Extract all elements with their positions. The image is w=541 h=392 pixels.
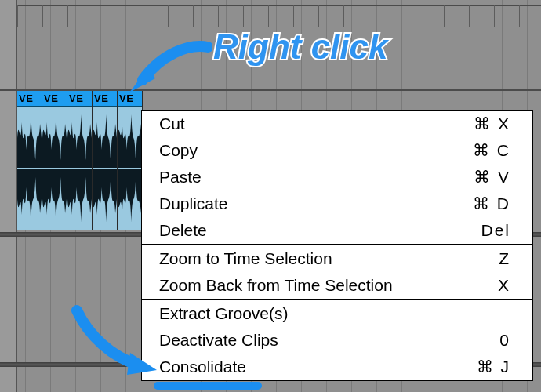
annotation-highlight [154, 382, 262, 390]
menu-item-cut[interactable]: Cut⌘ X [142, 111, 532, 137]
clip-label: VE [42, 91, 67, 107]
menu-item-shortcut: 0 [499, 331, 510, 350]
menu-item-label: Zoom to Time Selection [159, 249, 332, 268]
menu-item-shortcut: ⌘ D [473, 194, 510, 213]
audio-clip[interactable]: VE [42, 91, 67, 230]
menu-item-label: Copy [159, 141, 198, 160]
audio-clip[interactable]: VE [93, 91, 118, 230]
menu-item-consolidate[interactable]: Consolidate⌘ J [142, 354, 532, 380]
menu-item-label: Consolidate [159, 358, 246, 376]
menu-item-label: Delete [159, 221, 207, 240]
menu-item-shortcut: X [498, 276, 510, 295]
menu-item-duplicate[interactable]: Duplicate⌘ D [142, 191, 532, 217]
clip-label: VE [67, 91, 92, 107]
menu-item-shortcut: Z [499, 249, 510, 268]
menu-item-label: Duplicate [159, 194, 228, 213]
waveform [17, 107, 42, 230]
track-gutter [0, 0, 17, 392]
menu-item-shortcut: Del [481, 221, 510, 240]
audio-clip[interactable]: VE [17, 91, 42, 230]
annotation-right-click: Right click [213, 27, 388, 67]
menu-item-extract-groove[interactable]: Extract Groove(s) [142, 300, 532, 327]
menu-item-deactivate-clips[interactable]: Deactivate Clips0 [142, 327, 532, 354]
menu-item-copy[interactable]: Copy⌘ C [142, 137, 532, 164]
menu-item-paste[interactable]: Paste⌘ V [142, 164, 532, 191]
audio-clip[interactable]: VE [118, 91, 143, 230]
menu-item-label: Extract Groove(s) [159, 304, 289, 323]
menu-item-label: Zoom Back from Time Selection [159, 276, 393, 295]
menu-item-shortcut: ⌘ J [477, 358, 510, 376]
menu-item-label: Cut [159, 114, 185, 133]
menu-item-delete[interactable]: DeleteDel [142, 217, 532, 244]
waveform [93, 107, 117, 230]
menu-item-label: Deactivate Clips [159, 331, 278, 350]
audio-clip[interactable]: VE [67, 91, 93, 230]
menu-item-shortcut: ⌘ X [474, 114, 510, 133]
menu-item-label: Paste [159, 168, 202, 187]
waveform [42, 107, 67, 230]
context-menu: Cut⌘ X Copy⌘ C Paste⌘ V Duplicate⌘ D Del… [141, 110, 533, 381]
menu-item-shortcut: ⌘ V [474, 168, 510, 187]
waveform [67, 107, 92, 230]
clip-label: VE [17, 91, 42, 107]
menu-item-zoom-to-selection[interactable]: Zoom to Time SelectionZ [142, 245, 532, 272]
menu-item-shortcut: ⌘ C [473, 141, 510, 160]
menu-item-zoom-back[interactable]: Zoom Back from Time SelectionX [142, 272, 532, 299]
waveform [118, 107, 142, 230]
timeline-ruler[interactable] [17, 5, 541, 27]
annotation-arrow-icon [69, 304, 163, 383]
annotation-arrow-icon [118, 31, 212, 102]
clip-label: VE [93, 91, 117, 107]
audio-clips-row: VE VE VE VE VE [17, 91, 143, 230]
